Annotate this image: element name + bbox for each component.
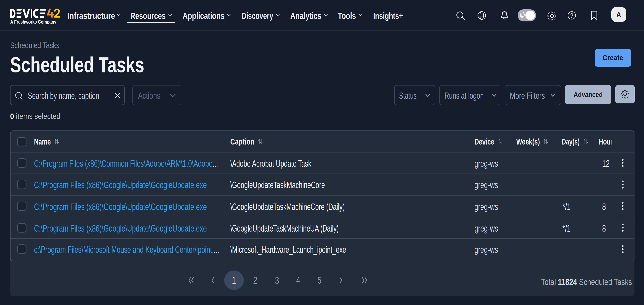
svg-text:A Freshworks Company: A Freshworks Company	[10, 19, 56, 24]
